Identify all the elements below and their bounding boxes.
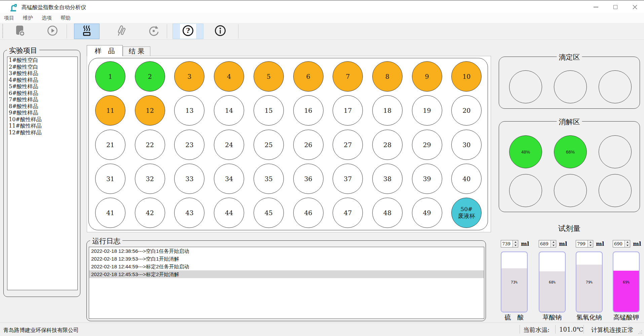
sample-cell[interactable]: 25 <box>254 130 284 160</box>
sample-cell[interactable]: 21 <box>95 130 125 160</box>
sample-cell[interactable]: 37 <box>333 164 363 194</box>
run-button[interactable] <box>45 24 60 39</box>
sample-cell[interactable]: 34 <box>214 164 244 194</box>
minimize-button[interactable] <box>590 3 602 11</box>
experiment-list-item[interactable]: 7#酸性样品 <box>7 96 77 103</box>
experiment-list-item[interactable]: 8#酸性样品 <box>7 103 77 110</box>
sample-cell[interactable]: 14 <box>214 95 244 126</box>
sample-cell[interactable]: 45 <box>254 198 284 228</box>
spin-up-button[interactable] <box>513 240 518 244</box>
sample-cell[interactable]: 26 <box>293 130 324 160</box>
tab-result[interactable]: 结 果 <box>123 46 150 56</box>
experiment-list-item[interactable]: 3#酸性样品 <box>7 70 77 77</box>
sample-cell[interactable]: 33 <box>174 164 204 194</box>
experiment-list-item[interactable]: 9#酸性样品 <box>7 109 77 116</box>
log-entry[interactable]: 2022-02-18 12:39:53--->空白1开始消解 <box>89 255 484 263</box>
svg-text:?: ? <box>186 27 190 35</box>
experiment-list-item[interactable]: 2#酸性空白 <box>7 64 77 70</box>
sample-cell[interactable]: 16 <box>293 95 324 126</box>
sample-cell[interactable]: 44 <box>214 198 244 228</box>
sample-cell[interactable]: 17 <box>333 95 363 126</box>
sample-cell[interactable]: 38 <box>372 164 403 194</box>
add-task-button[interactable] <box>12 24 28 39</box>
sample-cell[interactable]: 36 <box>293 164 324 194</box>
spin-up-button[interactable] <box>588 240 593 244</box>
sample-cell[interactable]: 4 <box>214 61 244 92</box>
experiment-list-item[interactable]: 1#酸性空白 <box>7 57 77 64</box>
sample-cell[interactable]: 15 <box>254 95 284 126</box>
reagent-volume-input[interactable]: 689 <box>539 240 556 247</box>
sample-cell[interactable]: 29 <box>412 130 442 160</box>
sample-cell[interactable]: 27 <box>333 130 363 160</box>
spin-down-button[interactable] <box>551 244 556 247</box>
sample-cell[interactable]: 43 <box>174 198 204 228</box>
heater-button[interactable] <box>74 24 100 39</box>
log-entry[interactable]: 2022-02-18 12:45:53--->标定2开始消解 <box>89 270 484 278</box>
probes-button[interactable] <box>113 24 129 39</box>
experiment-list-item[interactable]: 10#酸性样品 <box>7 116 77 123</box>
add-task-icon <box>13 24 27 39</box>
sample-cell[interactable]: 47 <box>333 198 363 228</box>
sample-cell[interactable]: 8 <box>372 61 403 92</box>
sample-cell[interactable]: 32 <box>135 164 165 194</box>
sample-cell[interactable]: 7 <box>333 61 363 92</box>
experiment-list-item[interactable]: 6#酸性样品 <box>7 90 77 97</box>
menu-item-maintenance[interactable]: 维护 <box>23 15 33 21</box>
experiment-list-item[interactable]: 5#酸性样品 <box>7 83 77 90</box>
log-entry[interactable]: 2022-02-18 12:38:56--->空白1任务开始启动 <box>89 247 484 255</box>
menu-item-help[interactable]: 帮助 <box>61 15 71 21</box>
sample-cell[interactable]: 12 <box>135 95 165 126</box>
sample-cell[interactable]: 10 <box>451 61 482 92</box>
spin-down-button[interactable] <box>625 244 630 247</box>
sample-cell[interactable]: 40 <box>451 164 482 194</box>
sample-cell[interactable]: 31 <box>95 164 125 194</box>
maximize-button[interactable] <box>610 3 621 11</box>
sample-cell[interactable]: 49 <box>412 198 442 228</box>
spin-up-button[interactable] <box>551 240 556 244</box>
toolbar-separator <box>67 24 67 38</box>
sample-cell[interactable]: 22 <box>135 130 165 160</box>
spin-down-button[interactable] <box>588 244 593 247</box>
experiment-list: 1#酸性空白2#酸性空白3#酸性样品4#酸性样品5#酸性样品6#酸性样品7#酸性… <box>7 57 78 290</box>
statusbar-separator <box>520 325 520 334</box>
sample-cell[interactable]: 35 <box>254 164 284 194</box>
reset-button[interactable] <box>146 24 161 39</box>
sample-cell[interactable]: 23 <box>174 130 204 160</box>
sample-cell[interactable]: 48 <box>372 198 403 228</box>
reagent-volume-input[interactable]: 739 <box>501 240 518 247</box>
sample-cell[interactable]: 30 <box>451 130 482 160</box>
sample-cell[interactable]: 18 <box>372 95 403 126</box>
sample-cell[interactable]: 20 <box>451 95 482 126</box>
sample-cell[interactable]: 1 <box>95 61 125 92</box>
sample-cell[interactable]: 46 <box>293 198 324 228</box>
sample-cell[interactable]: 19 <box>412 95 442 126</box>
close-button[interactable] <box>629 3 641 11</box>
log-entry[interactable]: 2022-02-18 12:44:59--->标定2任务开始启动 <box>89 263 484 270</box>
sample-cell[interactable]: 24 <box>214 130 244 160</box>
spin-up-button[interactable] <box>625 240 630 244</box>
sample-cell[interactable]: 11 <box>95 95 125 126</box>
sample-cell[interactable]: 2 <box>135 61 165 92</box>
sample-cell[interactable]: 39 <box>412 164 442 194</box>
info-button[interactable] <box>213 24 228 39</box>
tab-sample[interactable]: 样 品 <box>87 45 123 56</box>
experiment-list-item[interactable]: 11#酸性样品 <box>7 123 77 129</box>
experiment-list-item[interactable]: 12#酸性样品 <box>7 129 77 136</box>
resize-grip[interactable] <box>638 330 642 334</box>
waste-cup-cell[interactable]: 50#废液杯 <box>451 198 482 228</box>
reagent-volume-input[interactable]: 799 <box>576 240 593 247</box>
sample-cell[interactable]: 6 <box>293 61 324 92</box>
spin-down-button[interactable] <box>513 244 518 247</box>
reagent-volume-input[interactable]: 690 <box>613 240 630 247</box>
sample-cell[interactable]: 28 <box>372 130 403 160</box>
experiment-list-item[interactable]: 4#酸性样品 <box>7 77 77 83</box>
sample-cell[interactable]: 42 <box>135 198 165 228</box>
sample-cell[interactable]: 9 <box>412 61 442 92</box>
menu-item-project[interactable]: 项目 <box>4 15 14 21</box>
help-button[interactable]: ? <box>173 24 203 39</box>
sample-cell[interactable]: 41 <box>95 198 125 228</box>
menu-item-options[interactable]: 选项 <box>42 15 52 21</box>
sample-cell[interactable]: 13 <box>174 95 204 126</box>
sample-cell[interactable]: 5 <box>254 61 284 92</box>
sample-cell[interactable]: 3 <box>174 61 204 92</box>
